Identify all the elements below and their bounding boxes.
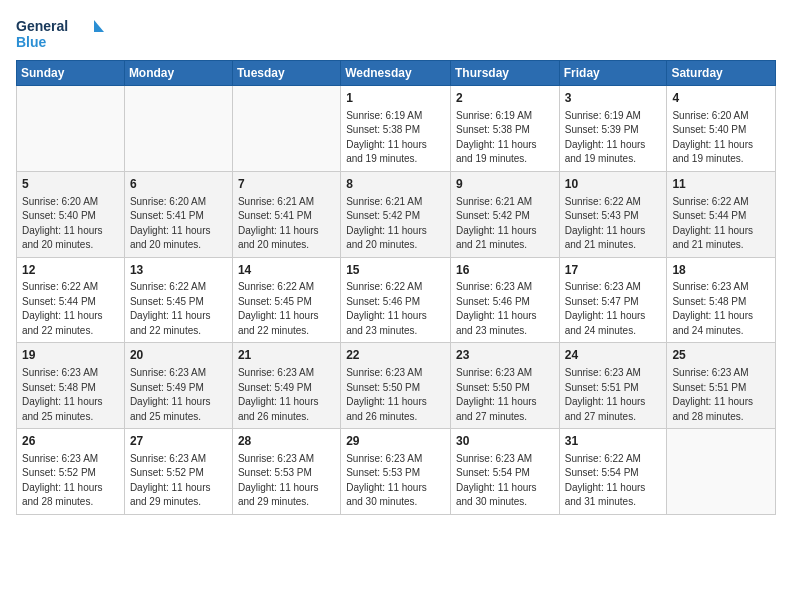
- day-number: 13: [130, 262, 227, 279]
- calendar-cell: 19Sunrise: 6:23 AM Sunset: 5:48 PM Dayli…: [17, 343, 125, 429]
- svg-text:Blue: Blue: [16, 34, 47, 50]
- logo: General Blue: [16, 14, 106, 54]
- calendar-cell: 29Sunrise: 6:23 AM Sunset: 5:53 PM Dayli…: [341, 429, 451, 515]
- day-info: Sunrise: 6:19 AM Sunset: 5:39 PM Dayligh…: [565, 109, 662, 167]
- calendar-cell: 1Sunrise: 6:19 AM Sunset: 5:38 PM Daylig…: [341, 86, 451, 172]
- calendar-cell: 10Sunrise: 6:22 AM Sunset: 5:43 PM Dayli…: [559, 171, 667, 257]
- day-info: Sunrise: 6:20 AM Sunset: 5:40 PM Dayligh…: [672, 109, 770, 167]
- column-header-wednesday: Wednesday: [341, 61, 451, 86]
- day-number: 25: [672, 347, 770, 364]
- calendar-cell: 5Sunrise: 6:20 AM Sunset: 5:40 PM Daylig…: [17, 171, 125, 257]
- day-info: Sunrise: 6:19 AM Sunset: 5:38 PM Dayligh…: [346, 109, 445, 167]
- day-number: 2: [456, 90, 554, 107]
- day-number: 11: [672, 176, 770, 193]
- day-info: Sunrise: 6:23 AM Sunset: 5:54 PM Dayligh…: [456, 452, 554, 510]
- column-header-thursday: Thursday: [450, 61, 559, 86]
- svg-marker-2: [94, 20, 104, 32]
- day-info: Sunrise: 6:22 AM Sunset: 5:45 PM Dayligh…: [238, 280, 335, 338]
- calendar-cell: 9Sunrise: 6:21 AM Sunset: 5:42 PM Daylig…: [450, 171, 559, 257]
- calendar-cell: 14Sunrise: 6:22 AM Sunset: 5:45 PM Dayli…: [232, 257, 340, 343]
- day-info: Sunrise: 6:23 AM Sunset: 5:53 PM Dayligh…: [238, 452, 335, 510]
- calendar-cell: 3Sunrise: 6:19 AM Sunset: 5:39 PM Daylig…: [559, 86, 667, 172]
- day-info: Sunrise: 6:23 AM Sunset: 5:50 PM Dayligh…: [346, 366, 445, 424]
- day-number: 5: [22, 176, 119, 193]
- calendar-cell: [124, 86, 232, 172]
- header: General Blue: [16, 10, 776, 54]
- day-number: 28: [238, 433, 335, 450]
- calendar-cell: 26Sunrise: 6:23 AM Sunset: 5:52 PM Dayli…: [17, 429, 125, 515]
- calendar-cell: 24Sunrise: 6:23 AM Sunset: 5:51 PM Dayli…: [559, 343, 667, 429]
- column-header-tuesday: Tuesday: [232, 61, 340, 86]
- calendar-cell: 31Sunrise: 6:22 AM Sunset: 5:54 PM Dayli…: [559, 429, 667, 515]
- day-info: Sunrise: 6:23 AM Sunset: 5:53 PM Dayligh…: [346, 452, 445, 510]
- day-number: 16: [456, 262, 554, 279]
- calendar-cell: 18Sunrise: 6:23 AM Sunset: 5:48 PM Dayli…: [667, 257, 776, 343]
- day-number: 22: [346, 347, 445, 364]
- calendar-cell: [667, 429, 776, 515]
- day-number: 10: [565, 176, 662, 193]
- day-number: 26: [22, 433, 119, 450]
- calendar-cell: 23Sunrise: 6:23 AM Sunset: 5:50 PM Dayli…: [450, 343, 559, 429]
- svg-text:General: General: [16, 18, 68, 34]
- day-number: 4: [672, 90, 770, 107]
- day-info: Sunrise: 6:22 AM Sunset: 5:44 PM Dayligh…: [672, 195, 770, 253]
- day-info: Sunrise: 6:22 AM Sunset: 5:43 PM Dayligh…: [565, 195, 662, 253]
- column-header-sunday: Sunday: [17, 61, 125, 86]
- day-info: Sunrise: 6:23 AM Sunset: 5:49 PM Dayligh…: [130, 366, 227, 424]
- calendar-week-row: 5Sunrise: 6:20 AM Sunset: 5:40 PM Daylig…: [17, 171, 776, 257]
- day-info: Sunrise: 6:23 AM Sunset: 5:52 PM Dayligh…: [22, 452, 119, 510]
- day-info: Sunrise: 6:20 AM Sunset: 5:41 PM Dayligh…: [130, 195, 227, 253]
- calendar-cell: 7Sunrise: 6:21 AM Sunset: 5:41 PM Daylig…: [232, 171, 340, 257]
- day-number: 12: [22, 262, 119, 279]
- calendar-cell: 28Sunrise: 6:23 AM Sunset: 5:53 PM Dayli…: [232, 429, 340, 515]
- day-number: 20: [130, 347, 227, 364]
- day-info: Sunrise: 6:22 AM Sunset: 5:54 PM Dayligh…: [565, 452, 662, 510]
- day-number: 19: [22, 347, 119, 364]
- calendar-cell: 30Sunrise: 6:23 AM Sunset: 5:54 PM Dayli…: [450, 429, 559, 515]
- calendar-cell: 6Sunrise: 6:20 AM Sunset: 5:41 PM Daylig…: [124, 171, 232, 257]
- day-number: 8: [346, 176, 445, 193]
- day-info: Sunrise: 6:21 AM Sunset: 5:42 PM Dayligh…: [346, 195, 445, 253]
- day-number: 1: [346, 90, 445, 107]
- calendar-cell: 17Sunrise: 6:23 AM Sunset: 5:47 PM Dayli…: [559, 257, 667, 343]
- day-info: Sunrise: 6:23 AM Sunset: 5:51 PM Dayligh…: [672, 366, 770, 424]
- day-number: 7: [238, 176, 335, 193]
- day-number: 24: [565, 347, 662, 364]
- day-info: Sunrise: 6:23 AM Sunset: 5:49 PM Dayligh…: [238, 366, 335, 424]
- calendar-week-row: 12Sunrise: 6:22 AM Sunset: 5:44 PM Dayli…: [17, 257, 776, 343]
- day-number: 29: [346, 433, 445, 450]
- calendar-cell: 13Sunrise: 6:22 AM Sunset: 5:45 PM Dayli…: [124, 257, 232, 343]
- day-info: Sunrise: 6:21 AM Sunset: 5:41 PM Dayligh…: [238, 195, 335, 253]
- day-number: 30: [456, 433, 554, 450]
- day-info: Sunrise: 6:19 AM Sunset: 5:38 PM Dayligh…: [456, 109, 554, 167]
- day-number: 14: [238, 262, 335, 279]
- calendar-cell: 20Sunrise: 6:23 AM Sunset: 5:49 PM Dayli…: [124, 343, 232, 429]
- calendar-cell: 8Sunrise: 6:21 AM Sunset: 5:42 PM Daylig…: [341, 171, 451, 257]
- day-number: 6: [130, 176, 227, 193]
- calendar-cell: 4Sunrise: 6:20 AM Sunset: 5:40 PM Daylig…: [667, 86, 776, 172]
- column-header-monday: Monday: [124, 61, 232, 86]
- page: General Blue SundayMondayTuesdayWednesda…: [0, 0, 792, 612]
- day-info: Sunrise: 6:22 AM Sunset: 5:45 PM Dayligh…: [130, 280, 227, 338]
- day-info: Sunrise: 6:23 AM Sunset: 5:48 PM Dayligh…: [672, 280, 770, 338]
- day-info: Sunrise: 6:23 AM Sunset: 5:52 PM Dayligh…: [130, 452, 227, 510]
- calendar-cell: 15Sunrise: 6:22 AM Sunset: 5:46 PM Dayli…: [341, 257, 451, 343]
- calendar-week-row: 26Sunrise: 6:23 AM Sunset: 5:52 PM Dayli…: [17, 429, 776, 515]
- calendar-table: SundayMondayTuesdayWednesdayThursdayFrid…: [16, 60, 776, 515]
- day-info: Sunrise: 6:23 AM Sunset: 5:50 PM Dayligh…: [456, 366, 554, 424]
- day-info: Sunrise: 6:21 AM Sunset: 5:42 PM Dayligh…: [456, 195, 554, 253]
- calendar-cell: 21Sunrise: 6:23 AM Sunset: 5:49 PM Dayli…: [232, 343, 340, 429]
- day-number: 27: [130, 433, 227, 450]
- logo-graphic: General Blue: [16, 14, 106, 54]
- calendar-cell: 27Sunrise: 6:23 AM Sunset: 5:52 PM Dayli…: [124, 429, 232, 515]
- day-number: 15: [346, 262, 445, 279]
- calendar-week-row: 1Sunrise: 6:19 AM Sunset: 5:38 PM Daylig…: [17, 86, 776, 172]
- calendar-week-row: 19Sunrise: 6:23 AM Sunset: 5:48 PM Dayli…: [17, 343, 776, 429]
- day-number: 21: [238, 347, 335, 364]
- calendar-cell: 11Sunrise: 6:22 AM Sunset: 5:44 PM Dayli…: [667, 171, 776, 257]
- day-info: Sunrise: 6:23 AM Sunset: 5:47 PM Dayligh…: [565, 280, 662, 338]
- calendar-cell: 25Sunrise: 6:23 AM Sunset: 5:51 PM Dayli…: [667, 343, 776, 429]
- calendar-cell: [232, 86, 340, 172]
- calendar-cell: 12Sunrise: 6:22 AM Sunset: 5:44 PM Dayli…: [17, 257, 125, 343]
- calendar-cell: [17, 86, 125, 172]
